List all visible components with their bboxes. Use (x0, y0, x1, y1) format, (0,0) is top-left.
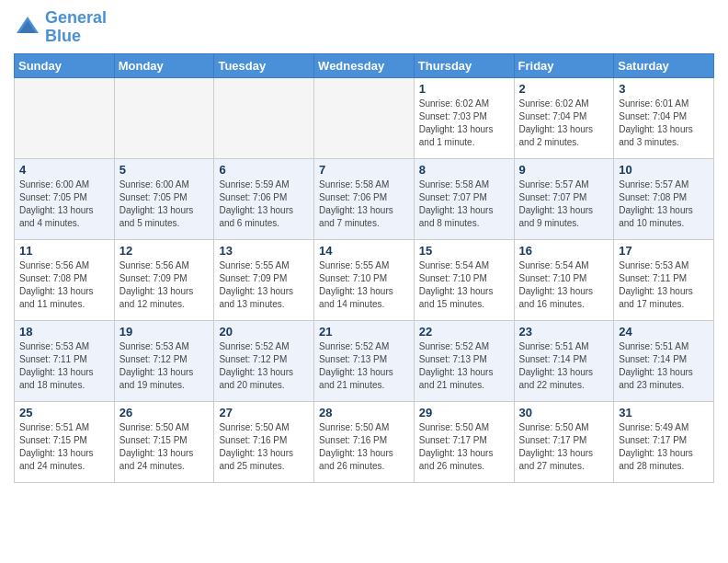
day-info: Sunrise: 6:00 AM Sunset: 7:05 PM Dayligh… (119, 178, 210, 230)
day-number: 22 (419, 325, 509, 339)
day-number: 11 (19, 244, 109, 258)
day-number: 1 (419, 82, 509, 96)
calendar-cell: 6Sunrise: 5:59 AM Sunset: 7:06 PM Daylig… (214, 158, 314, 239)
calendar-cell: 21Sunrise: 5:52 AM Sunset: 7:13 PM Dayli… (314, 320, 415, 401)
day-number: 17 (619, 244, 709, 258)
day-info: Sunrise: 5:55 AM Sunset: 7:09 PM Dayligh… (219, 259, 309, 311)
calendar-cell: 5Sunrise: 6:00 AM Sunset: 7:05 PM Daylig… (114, 158, 214, 239)
calendar-cell: 9Sunrise: 5:57 AM Sunset: 7:07 PM Daylig… (514, 158, 614, 239)
calendar-cell: 28Sunrise: 5:50 AM Sunset: 7:16 PM Dayli… (314, 401, 415, 482)
day-info: Sunrise: 6:01 AM Sunset: 7:04 PM Dayligh… (619, 98, 709, 149)
weekday-header: Sunday (15, 53, 115, 77)
day-info: Sunrise: 5:53 AM Sunset: 7:12 PM Dayligh… (119, 340, 210, 392)
day-info: Sunrise: 5:56 AM Sunset: 7:08 PM Dayligh… (19, 259, 109, 311)
day-info: Sunrise: 5:52 AM Sunset: 7:13 PM Dayligh… (419, 340, 509, 392)
calendar-week-row: 4Sunrise: 6:00 AM Sunset: 7:05 PM Daylig… (15, 158, 714, 239)
calendar-week-row: 11Sunrise: 5:56 AM Sunset: 7:08 PM Dayli… (15, 239, 714, 320)
calendar-cell: 22Sunrise: 5:52 AM Sunset: 7:13 PM Dayli… (414, 320, 514, 401)
day-number: 4 (19, 163, 109, 177)
day-info: Sunrise: 5:56 AM Sunset: 7:09 PM Dayligh… (119, 259, 210, 311)
day-number: 20 (219, 325, 309, 339)
calendar-cell: 17Sunrise: 5:53 AM Sunset: 7:11 PM Dayli… (614, 239, 714, 320)
day-number: 28 (319, 406, 409, 419)
day-info: Sunrise: 5:50 AM Sunset: 7:17 PM Dayligh… (519, 421, 609, 473)
day-info: Sunrise: 5:50 AM Sunset: 7:17 PM Dayligh… (419, 421, 509, 473)
day-info: Sunrise: 6:00 AM Sunset: 7:05 PM Dayligh… (19, 178, 109, 230)
day-number: 13 (219, 244, 309, 258)
calendar-cell: 26Sunrise: 5:50 AM Sunset: 7:15 PM Dayli… (114, 401, 214, 482)
day-info: Sunrise: 5:51 AM Sunset: 7:15 PM Dayligh… (19, 421, 109, 473)
logo-icon (14, 14, 41, 41)
calendar-cell: 4Sunrise: 6:00 AM Sunset: 7:05 PM Daylig… (15, 158, 115, 239)
day-number: 15 (419, 244, 509, 258)
day-info: Sunrise: 5:54 AM Sunset: 7:10 PM Dayligh… (419, 259, 509, 311)
calendar-cell (114, 77, 214, 158)
day-info: Sunrise: 5:57 AM Sunset: 7:07 PM Dayligh… (519, 178, 609, 230)
day-info: Sunrise: 5:51 AM Sunset: 7:14 PM Dayligh… (619, 340, 709, 392)
day-info: Sunrise: 5:52 AM Sunset: 7:13 PM Dayligh… (319, 340, 409, 392)
calendar-cell: 30Sunrise: 5:50 AM Sunset: 7:17 PM Dayli… (514, 401, 614, 482)
weekday-header: Monday (114, 53, 214, 77)
day-number: 2 (519, 82, 609, 96)
day-number: 3 (619, 82, 709, 96)
day-info: Sunrise: 5:58 AM Sunset: 7:07 PM Dayligh… (419, 178, 509, 230)
calendar-cell: 10Sunrise: 5:57 AM Sunset: 7:08 PM Dayli… (614, 158, 714, 239)
day-info: Sunrise: 5:53 AM Sunset: 7:11 PM Dayligh… (619, 259, 709, 311)
calendar-cell: 3Sunrise: 6:01 AM Sunset: 7:04 PM Daylig… (614, 77, 714, 158)
calendar-cell: 7Sunrise: 5:58 AM Sunset: 7:06 PM Daylig… (314, 158, 415, 239)
calendar: SundayMondayTuesdayWednesdayThursdayFrid… (14, 53, 714, 483)
day-info: Sunrise: 5:55 AM Sunset: 7:10 PM Dayligh… (319, 259, 409, 311)
day-number: 5 (119, 163, 210, 177)
calendar-cell: 2Sunrise: 6:02 AM Sunset: 7:04 PM Daylig… (514, 77, 614, 158)
weekday-header: Friday (514, 53, 614, 77)
day-number: 10 (619, 163, 709, 177)
weekday-header-row: SundayMondayTuesdayWednesdayThursdayFrid… (15, 53, 714, 77)
day-number: 30 (519, 406, 609, 419)
calendar-cell: 19Sunrise: 5:53 AM Sunset: 7:12 PM Dayli… (114, 320, 214, 401)
day-number: 25 (19, 406, 109, 419)
day-number: 26 (119, 406, 210, 419)
day-info: Sunrise: 5:59 AM Sunset: 7:06 PM Dayligh… (219, 178, 309, 230)
day-info: Sunrise: 5:50 AM Sunset: 7:16 PM Dayligh… (319, 421, 409, 473)
logo: General Blue (14, 9, 107, 46)
day-number: 31 (619, 406, 709, 419)
day-number: 21 (319, 325, 409, 339)
day-number: 19 (119, 325, 210, 339)
calendar-cell: 25Sunrise: 5:51 AM Sunset: 7:15 PM Dayli… (15, 401, 115, 482)
calendar-cell: 29Sunrise: 5:50 AM Sunset: 7:17 PM Dayli… (414, 401, 514, 482)
calendar-cell: 14Sunrise: 5:55 AM Sunset: 7:10 PM Dayli… (314, 239, 415, 320)
weekday-header: Saturday (614, 53, 714, 77)
calendar-cell: 12Sunrise: 5:56 AM Sunset: 7:09 PM Dayli… (114, 239, 214, 320)
day-number: 29 (419, 406, 509, 419)
calendar-cell: 16Sunrise: 5:54 AM Sunset: 7:10 PM Dayli… (514, 239, 614, 320)
weekday-header: Thursday (414, 53, 514, 77)
day-info: Sunrise: 6:02 AM Sunset: 7:03 PM Dayligh… (419, 98, 509, 149)
calendar-cell: 8Sunrise: 5:58 AM Sunset: 7:07 PM Daylig… (414, 158, 514, 239)
day-info: Sunrise: 5:53 AM Sunset: 7:11 PM Dayligh… (19, 340, 109, 392)
weekday-header: Wednesday (314, 53, 415, 77)
day-number: 16 (519, 244, 609, 258)
page: General Blue SundayMondayTuesdayWednesda… (0, 0, 728, 497)
day-info: Sunrise: 5:50 AM Sunset: 7:16 PM Dayligh… (219, 421, 309, 473)
day-number: 18 (19, 325, 109, 339)
day-info: Sunrise: 5:49 AM Sunset: 7:17 PM Dayligh… (619, 421, 709, 473)
day-info: Sunrise: 6:02 AM Sunset: 7:04 PM Dayligh… (519, 98, 609, 149)
calendar-cell: 23Sunrise: 5:51 AM Sunset: 7:14 PM Dayli… (514, 320, 614, 401)
day-number: 9 (519, 163, 609, 177)
calendar-cell: 27Sunrise: 5:50 AM Sunset: 7:16 PM Dayli… (214, 401, 314, 482)
calendar-cell: 20Sunrise: 5:52 AM Sunset: 7:12 PM Dayli… (214, 320, 314, 401)
day-info: Sunrise: 5:54 AM Sunset: 7:10 PM Dayligh… (519, 259, 609, 311)
calendar-cell (15, 77, 115, 158)
day-info: Sunrise: 5:58 AM Sunset: 7:06 PM Dayligh… (319, 178, 409, 230)
calendar-week-row: 25Sunrise: 5:51 AM Sunset: 7:15 PM Dayli… (15, 401, 714, 482)
calendar-cell: 15Sunrise: 5:54 AM Sunset: 7:10 PM Dayli… (414, 239, 514, 320)
day-number: 8 (419, 163, 509, 177)
logo-text: General Blue (45, 9, 107, 46)
day-number: 27 (219, 406, 309, 419)
calendar-cell (314, 77, 415, 158)
calendar-cell: 11Sunrise: 5:56 AM Sunset: 7:08 PM Dayli… (15, 239, 115, 320)
calendar-week-row: 1Sunrise: 6:02 AM Sunset: 7:03 PM Daylig… (15, 77, 714, 158)
day-info: Sunrise: 5:50 AM Sunset: 7:15 PM Dayligh… (119, 421, 210, 473)
calendar-cell: 1Sunrise: 6:02 AM Sunset: 7:03 PM Daylig… (414, 77, 514, 158)
calendar-cell: 13Sunrise: 5:55 AM Sunset: 7:09 PM Dayli… (214, 239, 314, 320)
